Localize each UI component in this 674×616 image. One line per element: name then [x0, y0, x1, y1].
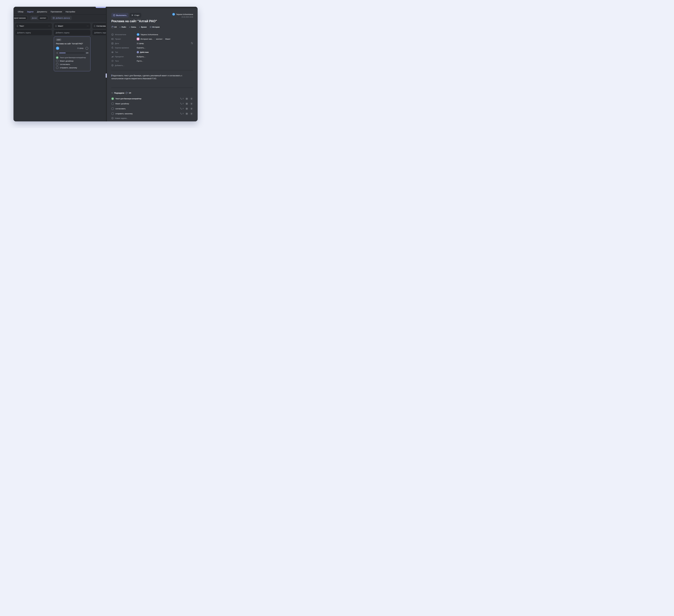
calendar-icon	[186, 113, 188, 115]
add-field-button[interactable]: Добавить...	[111, 64, 137, 67]
project-breadcrumb[interactable]: И Интернет-маг... › контент › Макет	[137, 37, 171, 40]
subtask-row[interactable]: Текст для баннера копирайтер 0	[111, 97, 193, 101]
breadcrumb-column[interactable]: Макет	[165, 38, 171, 40]
column-layout-header[interactable]: Макет ⋯	[54, 23, 91, 29]
field-label-project: Проект	[111, 38, 137, 40]
column-text-header[interactable]: Текст ⋯	[15, 23, 52, 29]
column-approve: Согласова Добавить зада	[92, 23, 106, 120]
text-cursor	[111, 75, 112, 77]
drag-handle-icon[interactable]	[55, 25, 57, 27]
plus-circle-icon	[111, 64, 113, 67]
task-toolbar: 1/4 + Файл + Связь + Время История	[111, 26, 159, 28]
new-subtask-label: Новая задача...	[115, 117, 128, 119]
priority-value[interactable]: Выбрать...	[137, 55, 145, 58]
nav-documents[interactable]: Документы	[37, 11, 47, 13]
created-timestamp: 20.02.2025 10:43	[172, 16, 193, 18]
start-button-label: Старт	[134, 14, 139, 16]
add-task-button[interactable]: Добавить зада	[92, 30, 106, 35]
branch-icon	[180, 113, 182, 115]
progress-slider[interactable]	[59, 53, 85, 53]
time-estimate-value[interactable]: Оценить...	[137, 47, 145, 49]
add-task-button[interactable]: Добавить задачу	[15, 30, 52, 35]
progress-fraction: 1/4	[86, 52, 88, 54]
type-icon	[111, 51, 114, 53]
person-icon	[191, 113, 192, 115]
checkbox-icon[interactable]	[111, 107, 114, 110]
subtask-date-button[interactable]	[185, 112, 188, 115]
subtask-assignee-button[interactable]	[190, 102, 193, 105]
hatched-circle-icon	[137, 51, 139, 53]
column-menu-icon[interactable]: ⋯	[87, 25, 89, 27]
checkbox-checked-icon[interactable]	[111, 97, 114, 100]
assignee-avatar: TU	[137, 33, 139, 36]
tags-value[interactable]: Пусто...	[137, 60, 143, 62]
add-time-button[interactable]: + Время	[139, 26, 146, 28]
add-file-button[interactable]: + Файл	[119, 26, 126, 28]
subtask-label: Текст для баннера копирайтер	[115, 98, 141, 100]
breadcrumb-board[interactable]: контент	[156, 38, 162, 40]
add-filter-button[interactable]: Добавить фильтр	[51, 16, 72, 20]
progress-fill	[59, 53, 66, 53]
subtask-row[interactable]: отправить заказчику 0	[111, 112, 193, 116]
plus-icon: +	[119, 26, 121, 28]
subtask-assignee-button[interactable]	[190, 112, 193, 115]
person-icon	[191, 103, 192, 105]
add-link-button[interactable]: + Связь	[129, 26, 136, 28]
start-button[interactable]: Старт	[130, 13, 141, 17]
nav-settings[interactable]: Настройки	[66, 11, 75, 13]
subtask-progress[interactable]: 1/4	[111, 26, 117, 28]
checklist-item: Макет дизайнер	[56, 59, 88, 63]
column-approve-header[interactable]: Согласова	[92, 23, 106, 29]
task-description[interactable]: Подготовить текст для баннера, сделать р…	[111, 74, 190, 80]
subtask-date-button[interactable]	[185, 107, 188, 110]
complete-toggle-icon[interactable]	[86, 47, 88, 50]
checkbox-checked-icon[interactable]	[56, 56, 59, 59]
new-subtask-button[interactable]: Новая задача...	[111, 117, 128, 119]
checkbox-icon[interactable]	[56, 67, 59, 69]
field-project: Проект И Интернет-маг... › контент › Мак…	[111, 37, 193, 40]
field-label-time-estimate: Оценка времени	[111, 46, 137, 49]
panel-resize-handle[interactable]	[106, 74, 107, 78]
subtask-assignee-button[interactable]	[190, 107, 193, 110]
checklist-label: Макет дизайнер	[60, 60, 74, 62]
subtask-assignee-button[interactable]	[190, 97, 193, 100]
repeat-button[interactable]	[191, 42, 193, 45]
plus-icon: +	[139, 26, 140, 28]
field-add: Добавить...	[111, 64, 193, 67]
subtask-date-button[interactable]	[185, 97, 188, 100]
breadcrumb-project[interactable]: Интернет-маг...	[140, 38, 153, 40]
subtask-row[interactable]: согласовать 0	[111, 107, 193, 111]
drag-handle-icon[interactable]	[17, 25, 18, 27]
drag-handle-icon[interactable]	[94, 25, 95, 27]
checkbox-icon[interactable]	[111, 112, 114, 115]
history-button[interactable]: История	[149, 26, 159, 28]
subtask-label: согласовать	[115, 108, 126, 110]
column-menu-icon[interactable]: ⋯	[48, 25, 50, 27]
checkbox-icon[interactable]	[111, 102, 114, 105]
status-circle-icon	[113, 14, 115, 16]
assignee-value[interactable]: TU Tatyana Urzhumtseva	[137, 33, 158, 36]
branch-icon	[180, 108, 182, 110]
complete-button[interactable]: Выполнить	[111, 13, 128, 17]
checkbox-icon[interactable]	[56, 63, 59, 66]
task-card[interactable]: #287 Реклама на сайт "Алтай РАО" TU 21 ф…	[54, 36, 91, 71]
calendar-icon	[186, 103, 188, 105]
progress-ring-icon	[125, 92, 127, 94]
add-task-button[interactable]: Добавить задачу	[54, 30, 91, 35]
nav-apps[interactable]: Приложения	[50, 11, 62, 13]
nav-overview[interactable]: Обзор	[18, 11, 23, 13]
nested-subtask-count: 0	[180, 103, 184, 105]
subtask-date-button[interactable]	[185, 102, 188, 105]
date-value[interactable]: 21 февр.	[137, 42, 144, 44]
checklist-item: Текст для баннера копирайтер	[56, 56, 88, 59]
subtask-row[interactable]: Макет дизайнер 0	[111, 102, 193, 106]
type-value[interactable]: Действие	[137, 51, 149, 53]
project-filter-chip[interactable]: ернет-магазин	[13, 16, 28, 20]
field-label-type: Тип	[111, 51, 137, 53]
checkbox-icon[interactable]	[56, 60, 59, 62]
boards-filter-chip[interactable]: Доски: контент	[30, 16, 48, 20]
nav-tasks[interactable]: Задачи	[27, 11, 33, 13]
smiley-icon	[111, 33, 114, 36]
chevron-down-icon[interactable]	[111, 93, 113, 94]
add-filter-label: Добавить фильтр	[56, 17, 70, 19]
